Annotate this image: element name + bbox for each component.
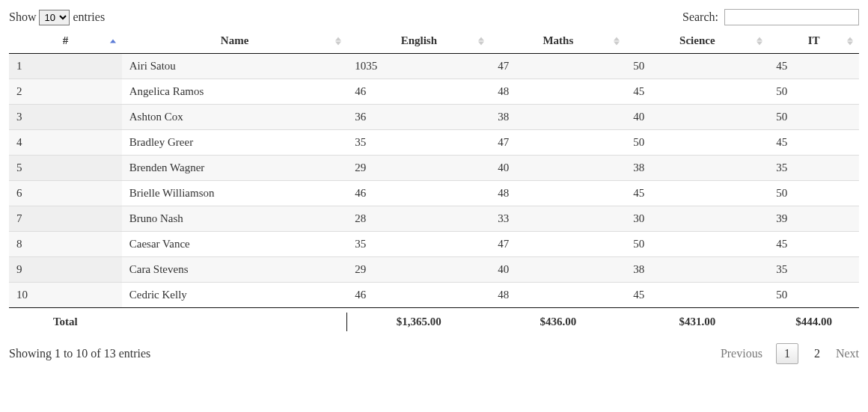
col-header-maths[interactable]: Maths: [490, 28, 626, 54]
col-header-label: #: [63, 34, 69, 46]
search-control: Search:: [682, 9, 859, 25]
col-header-label: English: [401, 34, 437, 46]
cell-it: 39: [768, 206, 859, 232]
cell-it: 50: [768, 283, 859, 308]
cell-english: 28: [347, 206, 490, 232]
sort-icon: [757, 37, 762, 45]
cell-english: 36: [347, 105, 490, 130]
cell-maths: 48: [490, 79, 626, 105]
table-row: 5Brenden Wagner29403835: [9, 156, 859, 181]
cell-maths: 47: [490, 130, 626, 156]
sort-asc-icon: [110, 39, 116, 43]
cell-name: Bradley Greer: [122, 130, 348, 156]
table-row: 8Caesar Vance35475045: [9, 232, 859, 257]
table-row: 4Bradley Greer35475045: [9, 130, 859, 156]
cell-idx: 5: [9, 156, 122, 181]
table-row: 6Brielle Williamson46484550: [9, 181, 859, 206]
cell-it: 45: [768, 130, 859, 156]
cell-science: 50: [626, 130, 768, 156]
show-label: Show: [9, 10, 36, 23]
cell-maths: 47: [490, 232, 626, 257]
cell-it: 50: [768, 105, 859, 130]
cell-english: 29: [347, 257, 490, 283]
cell-science: 45: [626, 181, 768, 206]
cell-idx: 10: [9, 283, 122, 308]
cell-name: Ashton Cox: [122, 105, 348, 130]
next-button[interactable]: Next: [836, 347, 859, 360]
cell-english: 1035: [347, 54, 490, 79]
cell-idx: 9: [9, 257, 122, 283]
cell-name: Airi Satou: [122, 54, 348, 79]
cell-name: Bruno Nash: [122, 206, 348, 232]
cell-english: 46: [347, 181, 490, 206]
entries-label: entries: [73, 10, 105, 23]
col-header-name[interactable]: Name: [122, 28, 348, 54]
cell-idx: 2: [9, 79, 122, 105]
page-number[interactable]: 1: [776, 343, 798, 364]
cell-idx: 3: [9, 105, 122, 130]
sort-icon: [478, 37, 484, 45]
cell-it: 45: [768, 232, 859, 257]
footer-divider: [122, 308, 348, 336]
cell-name: Cedric Kelly: [122, 283, 348, 308]
cell-it: 45: [768, 54, 859, 79]
cell-idx: 8: [9, 232, 122, 257]
table-row: 9Cara Stevens29403835: [9, 257, 859, 283]
col-header-label: Name: [221, 34, 249, 46]
cell-it: 50: [768, 181, 859, 206]
page-number[interactable]: 2: [812, 347, 822, 360]
table-row: 2Angelica Ramos46484550: [9, 79, 859, 105]
col-header-label: Science: [679, 34, 715, 46]
footer-maths: $436.00: [490, 308, 626, 336]
previous-button[interactable]: Previous: [721, 347, 762, 360]
col-header-index[interactable]: #: [9, 28, 122, 54]
cell-it: 35: [768, 257, 859, 283]
cell-maths: 40: [490, 257, 626, 283]
cell-idx: 1: [9, 54, 122, 79]
length-control: Show 10 entries: [9, 10, 105, 25]
cell-name: Angelica Ramos: [122, 79, 348, 105]
pagination: Previous 12 Next: [721, 343, 859, 364]
table-row: 7Bruno Nash28333039: [9, 206, 859, 232]
cell-idx: 7: [9, 206, 122, 232]
sort-icon: [335, 37, 341, 45]
cell-idx: 6: [9, 181, 122, 206]
page-length-select[interactable]: 10: [39, 10, 70, 25]
cell-name: Brielle Williamson: [122, 181, 348, 206]
cell-it: 50: [768, 79, 859, 105]
table-row: 3Ashton Cox36384050: [9, 105, 859, 130]
table-info: Showing 1 to 10 of 13 entries: [9, 347, 150, 360]
cell-maths: 40: [490, 156, 626, 181]
search-input[interactable]: [724, 9, 859, 25]
search-label: Search:: [682, 10, 718, 23]
cell-maths: 47: [490, 54, 626, 79]
col-header-science[interactable]: Science: [626, 28, 768, 54]
cell-science: 30: [626, 206, 768, 232]
footer-english: $1,365.00: [347, 308, 490, 336]
cell-it: 35: [768, 156, 859, 181]
cell-english: 46: [347, 79, 490, 105]
table-row: 1Airi Satou1035475045: [9, 54, 859, 79]
cell-science: 38: [626, 156, 768, 181]
cell-name: Caesar Vance: [122, 232, 348, 257]
col-header-it[interactable]: IT: [768, 28, 859, 54]
cell-english: 35: [347, 130, 490, 156]
col-header-english[interactable]: English: [347, 28, 490, 54]
cell-science: 40: [626, 105, 768, 130]
sort-icon: [614, 37, 620, 45]
cell-science: 45: [626, 79, 768, 105]
sort-icon: [847, 37, 853, 45]
footer-science: $431.00: [626, 308, 768, 336]
col-header-label: IT: [808, 34, 820, 46]
cell-science: 50: [626, 232, 768, 257]
footer-it: $444.00: [768, 308, 859, 336]
table-row: 10Cedric Kelly46484550: [9, 283, 859, 308]
footer-total-label: Total: [9, 308, 122, 336]
cell-science: 38: [626, 257, 768, 283]
cell-english: 35: [347, 232, 490, 257]
cell-name: Brenden Wagner: [122, 156, 348, 181]
cell-maths: 48: [490, 283, 626, 308]
cell-science: 50: [626, 54, 768, 79]
cell-idx: 4: [9, 130, 122, 156]
data-table: # Name English Maths Science IT: [9, 28, 859, 336]
